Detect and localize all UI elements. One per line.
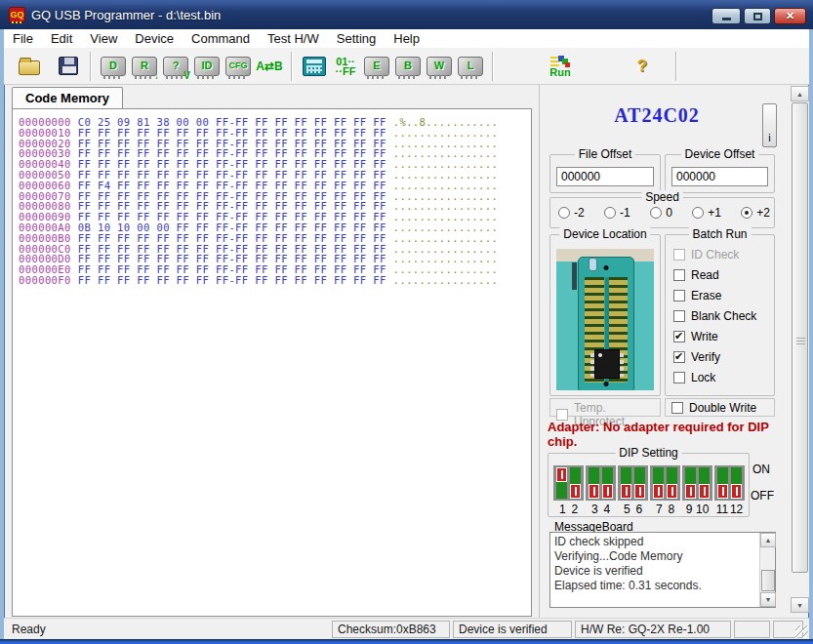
messageboard-scrollbar[interactable]: ▲ ▼ [759,533,775,607]
dip-switch-5[interactable] [621,467,631,499]
help-button[interactable]: ? [627,50,658,83]
compare-button[interactable]: A⇄B [254,50,285,83]
speed-option-minus2[interactable]: -2 [558,206,585,220]
file-offset-group: File Offset 000000 [549,154,661,193]
hex-ascii: ................ [393,232,499,244]
cfg-chip-label: CFG [229,61,248,70]
checkbox-icon [671,402,683,414]
lock-device-button[interactable]: L [455,50,486,83]
run-batch-button[interactable]: Run [541,50,580,83]
dip-switch-9[interactable] [685,467,696,499]
close-button[interactable]: ✕ [774,8,806,24]
dip-knob-icon [667,484,677,499]
read-arrow-icon: ↓ [154,70,159,81]
dip-switch-11[interactable] [717,467,728,499]
checkbox-icon [673,249,685,261]
speed-option-plus2[interactable]: +2 [741,206,770,220]
select-device-button[interactable]: D [98,50,129,83]
config-button[interactable]: CFG [223,50,254,83]
scroll-down-icon[interactable]: ▼ [760,592,776,607]
menu-command[interactable]: Command [183,30,259,47]
checkbox-lock[interactable]: Lock [673,367,770,387]
checkbox-double-write[interactable]: Double Write [671,401,756,415]
scrollbar-thumb[interactable] [792,102,808,573]
file-offset-input[interactable]: 000000 [556,167,654,186]
chip-info-button[interactable]: i [762,103,777,147]
erase-device-button[interactable]: E [361,50,392,83]
dip-setting-label: DIP Setting [615,446,681,460]
scroll-up-icon[interactable]: ▲ [760,533,776,547]
write-chip-icon: W [427,57,452,76]
speed-option-minus1[interactable]: -1 [604,206,630,220]
hex-bytes: FF F4 FF FF FF FF FF FF-FF FF FF FF FF F… [78,180,386,191]
checkbox-label: Lock [691,371,715,384]
speed-option-label: +2 [756,206,770,220]
dip-switch-6[interactable] [634,467,645,499]
read-device-button[interactable]: R↓ [129,50,160,83]
open-folder-icon [19,60,40,75]
maximize-button[interactable] [744,8,771,24]
dip-block [714,465,745,501]
dip-switch-1[interactable] [556,467,567,499]
speed-label: Speed [641,190,683,204]
menu-device[interactable]: Device [126,30,183,47]
menu-file[interactable]: File [4,30,42,47]
calculator-button[interactable] [299,50,330,83]
messageboard[interactable]: ID check skipped Verifying...Code Memory… [549,532,776,608]
hex-ascii: ................ [393,180,499,191]
dip-switch-4[interactable] [602,467,613,499]
save-file-button[interactable] [53,50,84,83]
compare-icon: A⇄B [256,60,282,73]
id-check-button[interactable]: ID [191,50,223,83]
write-chip-label: W [434,60,444,71]
minimize-button[interactable] [711,8,741,24]
dip-switch-7[interactable] [653,467,664,499]
device-offset-input[interactable]: 000000 [671,167,768,186]
dip-knob-icon [602,484,613,499]
radio-icon [604,207,616,219]
checkbox-blank-check[interactable]: Blank Check [673,305,770,326]
speed-option-plus1[interactable]: +1 [692,206,721,220]
menu-test-hw[interactable]: Test H/W [259,30,328,47]
checkbox-read[interactable]: Read [673,264,770,285]
dip-switch-10[interactable] [699,467,710,499]
menu-view[interactable]: View [81,30,126,47]
scrollbar-thumb[interactable] [761,570,775,591]
checkbox-erase[interactable]: Erase [673,285,770,305]
checkbox-write[interactable]: Write [673,326,770,346]
scroll-down-icon[interactable]: ▼ [791,597,809,613]
dip-knob-icon [621,484,631,499]
checkbox-id-check[interactable]: ID Check [673,244,770,264]
id-chip-label: ID [202,60,213,71]
message-line: ID check skipped [554,535,755,549]
menu-help[interactable]: Help [385,30,428,47]
fill-buffer-button[interactable]: 01·· ··FF [330,50,361,83]
resize-grip[interactable] [795,625,808,638]
tab-code-memory[interactable]: Code Memory [12,87,123,109]
dip-knob-icon [653,484,664,499]
device-panel: AT24C02 i File Offset 000000 Device Offs… [539,85,790,618]
hex-bytes: FF FF FF FF FF FF FF FF-FF FF FF FF FF F… [78,232,386,244]
dip-switch-3[interactable] [589,467,599,499]
erase-chip-icon: E [364,57,389,76]
device-location-group: Device Location [549,234,661,396]
dip-switch-12[interactable] [731,467,742,499]
menu-setting[interactable]: Setting [328,30,385,47]
dip-switch-2[interactable] [570,467,581,499]
speed-group: Speed -2 -1 0 +1 +2 [549,197,775,228]
write-device-button[interactable]: W [424,50,455,83]
fill-top-label: 01·· [336,57,355,66]
panel-scrollbar[interactable]: ▲ ▼ [791,86,809,613]
scroll-up-icon[interactable]: ▲ [791,86,809,101]
hex-editor-pane[interactable]: 00000000C0 25 09 81 38 00 00 FF-FF FF FF… [12,108,532,617]
speed-option-0[interactable]: 0 [650,206,672,220]
verify-device-button[interactable]: ?V [160,50,191,83]
dip-knob-icon [556,467,567,482]
open-file-button[interactable] [14,50,45,83]
blank-check-button[interactable]: B [392,50,424,83]
dip-switch-8[interactable] [667,467,677,499]
checkbox-verify[interactable]: Verify [673,346,770,367]
dip-block [650,465,680,501]
status-hw-version: H/W Re: GQ-2X Re-1.00 [575,621,731,638]
menu-edit[interactable]: Edit [42,30,81,47]
